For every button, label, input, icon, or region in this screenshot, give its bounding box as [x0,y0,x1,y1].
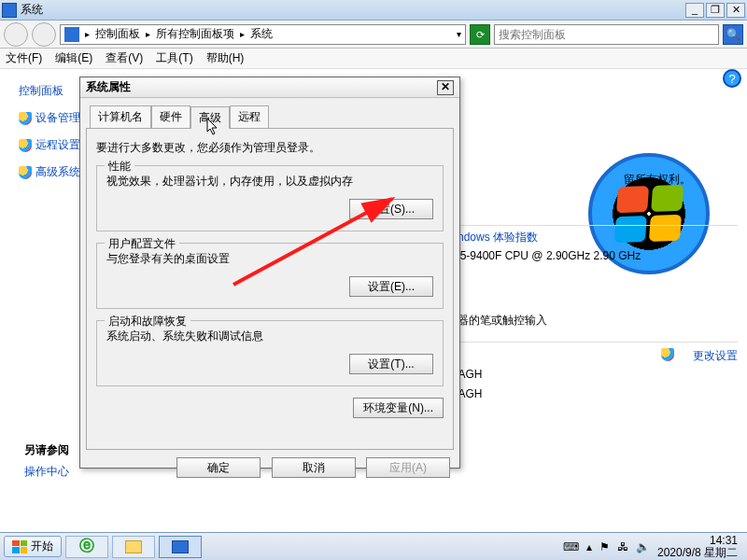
folder-icon [125,540,142,553]
tab-advanced[interactable]: 高级 [190,106,230,129]
menu-tools[interactable]: 工具(T) [156,50,192,66]
minimize-button[interactable]: _ [685,3,704,18]
group-startup-legend: 启动和故障恢复 [105,314,190,329]
see-also: 另请参阅 操作中心 [24,442,69,485]
chevron-right-icon: ▸ [146,29,150,39]
cancel-button[interactable]: 取消 [272,457,356,478]
taskbar-item-browser[interactable]: ⓔ [65,536,108,558]
taskbar-item-system[interactable] [159,536,202,558]
change-settings-link[interactable]: 更改设置 [693,348,738,364]
cpu-value: i5-9400F CPU @ 2.90GHz 2.90 GHz [458,249,641,262]
menu-edit[interactable]: 编辑(E) [55,50,92,66]
volume-icon[interactable]: 🔈 [636,540,650,553]
group-performance-legend: 性能 [105,159,134,175]
group-user-profiles-desc: 与您登录有关的桌面设置 [106,251,433,267]
search-box[interactable] [494,24,719,45]
forward-button[interactable] [32,22,56,47]
tray-chevron-icon[interactable]: ▴ [586,540,592,553]
clock-date: 2020/9/8 星期二 [657,547,738,559]
group-user-profiles: 用户配置文件 与您登录有关的桌面设置 设置(E)... [96,243,444,309]
back-button[interactable] [4,22,28,47]
close-button[interactable]: ✕ [726,3,745,18]
start-button[interactable]: 开始 [4,536,62,557]
maximize-button[interactable]: ❐ [706,3,725,18]
system-properties-dialog: 系统属性 ✕ 计算机名 硬件 高级 远程 要进行大多数更改，您必须作为管理员登录… [79,77,460,469]
group-performance-desc: 视觉效果，处理器计划，内存使用，以及虚拟内存 [106,174,433,189]
breadcrumb[interactable]: ▸ 控制面板 ▸ 所有控制面板项 ▸ 系统 ▾ [60,24,466,45]
dialog-tabs: 计算机名 硬件 高级 远程 [90,105,454,128]
action-center-link[interactable]: 操作中心 [24,464,69,480]
refresh-button[interactable]: ⟳ [470,24,490,45]
crumb-1[interactable]: 控制面板 [95,26,140,42]
experience-index-link[interactable]: ndows 体验指数 [458,230,538,245]
tab-computer-name[interactable]: 计算机名 [90,105,151,128]
dialog-titlebar[interactable]: 系统属性 ✕ [80,77,459,98]
menu-view[interactable]: 查看(V) [106,50,143,66]
system-tray: ⌨ ▴ ⚑ 🖧 🔈 14:31 2020/9/8 星期二 [563,535,743,559]
window-titlebar: 系统 _ ❐ ✕ [0,0,747,21]
shield-icon [661,348,674,361]
menu-file[interactable]: 文件(F) [6,50,42,66]
dialog-button-row: 确定 取消 应用(A) [80,450,459,485]
group-user-profiles-legend: 用户配置文件 [105,236,179,252]
keyboard-icon[interactable]: ⌨ [563,540,579,553]
menu-help[interactable]: 帮助(H) [206,50,245,66]
menubar: 文件(F) 编辑(E) 查看(V) 工具(T) 帮助(H) [0,49,747,69]
e-browser-icon: ⓔ [79,537,94,556]
app-icon [2,3,17,18]
shield-icon [19,112,32,125]
monitor-icon [172,540,189,553]
tab-page-advanced: 要进行大多数更改，您必须作为管理员登录。 性能 视觉效果，处理器计划，内存使用，… [86,128,454,450]
apply-button[interactable]: 应用(A) [366,457,450,478]
taskbar: 开始 ⓔ ⌨ ▴ ⚑ 🖧 🔈 14:31 2020/9/8 星期二 [0,532,747,560]
control-panel-icon [64,27,79,42]
clock-time: 14:31 [657,535,738,547]
taskbar-item-explorer[interactable] [112,536,155,558]
see-also-title: 另请参阅 [24,443,69,456]
dialog-close-button[interactable]: ✕ [437,80,454,95]
search-button[interactable]: 🔍 [723,24,743,45]
crumb-2[interactable]: 所有控制面板项 [156,26,234,42]
ok-button[interactable]: 确定 [176,457,261,478]
chevron-right-icon: ▸ [85,29,90,39]
clock[interactable]: 14:31 2020/9/8 星期二 [657,535,738,559]
search-input[interactable] [499,28,714,41]
environment-variables-button[interactable]: 环境变量(N)... [353,398,444,418]
pen-touch-value: 器的笔或触控输入 [458,313,547,329]
startup-settings-button[interactable]: 设置(T)... [349,354,433,374]
network-icon[interactable]: 🖧 [617,540,628,553]
tab-remote[interactable]: 远程 [230,105,269,128]
crumb-3[interactable]: 系统 [250,26,273,42]
user-profiles-settings-button[interactable]: 设置(E)... [349,276,433,297]
performance-settings-button[interactable]: 设置(S)... [349,199,433,219]
group-startup-recovery: 启动和故障恢复 系统启动、系统失败和调试信息 设置(T)... [96,320,444,386]
window-title: 系统 [21,2,43,18]
group-performance: 性能 视觉效果，处理器计划，内存使用，以及虚拟内存 设置(S)... [96,165,444,231]
start-label: 开始 [31,539,53,554]
shield-icon [19,166,32,179]
chevron-right-icon: ▸ [240,29,245,39]
tab-hardware[interactable]: 硬件 [151,105,190,128]
windows-start-icon [12,540,27,553]
admin-note: 要进行大多数更改，您必须作为管理员登录。 [96,140,444,156]
shield-icon [19,139,32,152]
dialog-title: 系统属性 [86,79,131,95]
group-startup-desc: 系统启动、系统失败和调试信息 [106,329,433,344]
navbar: ▸ 控制面板 ▸ 所有控制面板项 ▸ 系统 ▾ ⟳ 🔍 [0,21,747,49]
action-center-icon[interactable]: ⚑ [599,540,610,553]
chevron-down-icon[interactable]: ▾ [457,29,461,39]
